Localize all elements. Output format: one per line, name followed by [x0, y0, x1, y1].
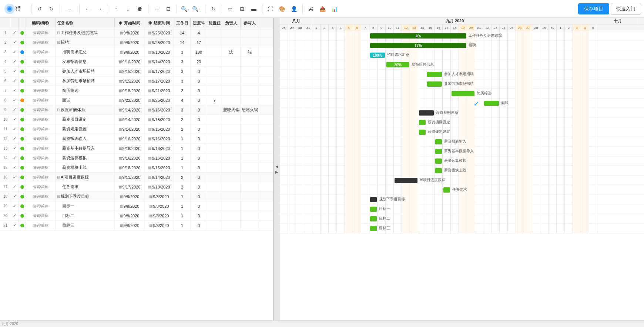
table-row[interactable]: 1 ✓ 编码/简称 ⊟ 工作任务及进度跟踪 ▦9/8/2020 ▦9/25/20… — [0, 28, 273, 38]
expand-icon[interactable]: ⊟ — [57, 194, 60, 198]
table-row[interactable]: 13 ✓ 编码/简称 薪资基本数据导入 ▦9/16/2020 ▦9/16/202… — [0, 144, 273, 153]
layout2-button[interactable]: ⊞ — [237, 4, 247, 14]
table-row[interactable]: 10 ✓ 编码/简称 薪资项目设定 ▦9/14/2020 ▦9/15/2020 … — [0, 115, 273, 124]
row-check[interactable]: ✓ — [11, 86, 19, 96]
row-check[interactable]: ✓ — [11, 124, 19, 134]
redo-button[interactable]: ↻ — [46, 4, 57, 14]
table-row[interactable]: 19 ✓ 编码/简称 目标一 ▦9/8/2020 ▦9/8/2020 1 0 — [0, 201, 273, 211]
table-row[interactable]: 11 ✓ 编码/简称 薪资规定设置 ▦9/14/2020 ▦9/15/2020 … — [0, 124, 273, 134]
nav-right-icon[interactable]: ▶ — [275, 170, 278, 174]
row-check[interactable]: ✓ — [11, 105, 19, 115]
gantt-row[interactable]: 100%招聘需求汇总 — [280, 50, 644, 60]
gantt-cell — [467, 166, 475, 176]
table-row[interactable]: 4 ✓ 编码/简称 发布招聘信息 ▦9/10/2020 ▦9/14/2020 3… — [0, 57, 273, 67]
row-check[interactable]: ✓ — [11, 115, 19, 124]
row-check[interactable]: ✓ — [11, 134, 19, 144]
layout3-button[interactable]: ▬ — [249, 4, 259, 14]
gantt-row[interactable]: 目标一 — [280, 204, 644, 214]
gantt-row[interactable]: 参加人才市场招聘 — [280, 70, 644, 79]
gantt-row[interactable]: 目标二 — [280, 214, 644, 224]
row-check[interactable]: ✓ — [11, 76, 19, 86]
gantt-row[interactable]: AI项目进度跟踪 — [280, 176, 644, 185]
row-check[interactable]: ✓ — [11, 221, 19, 230]
gantt-row[interactable]: 薪资报表输入 — [280, 137, 644, 147]
row-check[interactable]: ✓ — [11, 38, 19, 47]
table-row[interactable]: 21 ✓ 编码/简称 目标三 ▦9/8/2020 ▦9/8/2020 1 0 — [0, 221, 273, 230]
export-button[interactable]: 📤 — [318, 4, 328, 14]
table-row[interactable]: 7 ✓ 编码/简称 简历筛选 ▦9/18/2020 ▦9/21/2020 2 0 — [0, 86, 273, 96]
row-check[interactable]: ✓ — [11, 201, 19, 211]
down-button[interactable]: ↓ — [123, 4, 133, 14]
table-row[interactable]: 14 ✓ 编码/简称 薪资运算模拟 ▦9/16/2020 ▦9/16/2020 … — [0, 153, 273, 163]
excel-button[interactable]: 📊 — [329, 4, 340, 14]
quickstart-button[interactable]: 快速入门 — [611, 3, 641, 15]
table-row[interactable]: 12 ✓ 编码/简称 薪资报表输入 ▦9/16/2020 ▦9/16/2020 … — [0, 134, 273, 144]
row-check[interactable]: ✓ — [11, 153, 19, 163]
expand-icon[interactable]: ⊟ — [57, 175, 60, 179]
table-row[interactable]: 3 ✓ 编码/简称 招聘需求汇总 ▦9/8/2020 ▦9/10/2020 3 … — [0, 47, 273, 57]
zoom-out-button[interactable]: 🔍- — [180, 4, 190, 14]
row-check[interactable]: ✓ — [11, 173, 19, 182]
align-left-button[interactable]: ≡ — [151, 4, 162, 14]
gantt-row[interactable]: 参加劳动市场招聘 — [280, 79, 644, 89]
gantt-cell — [573, 79, 581, 89]
gantt-row[interactable]: 20%发布招聘信息 — [280, 60, 644, 70]
expand-icon[interactable]: ⊟ — [57, 108, 60, 112]
row-check[interactable]: ✓ — [11, 144, 19, 153]
gantt-cell — [361, 176, 369, 185]
gantt-row[interactable]: 薪资项目设定 — [280, 118, 644, 127]
table-row[interactable]: 5 ✓ 编码/简称 参加人才市场招聘 ▦9/15/2020 ▦9/17/2020… — [0, 67, 273, 76]
row-check[interactable]: ✓ — [11, 47, 19, 57]
table-row[interactable]: 16 ✓ 编码/简称 ⊟ AI项目进度跟踪 ▦9/11/2020 ▦9/14/2… — [0, 173, 273, 182]
delete-button[interactable]: 🗑 — [135, 4, 145, 14]
arrow-right-button[interactable]: → — [94, 4, 105, 14]
layout1-button[interactable]: ▭ — [225, 4, 235, 14]
arrow-left-button[interactable]: ← — [83, 4, 93, 14]
fullscreen-button[interactable]: ⛶ — [265, 4, 276, 14]
row-check[interactable]: ✓ — [11, 67, 19, 76]
expand-icon[interactable]: ⊟ — [57, 40, 60, 44]
table-row[interactable]: 18 ✓ 编码/简称 ⊟ 规划下季度目标 ▦9/8/2020 ▦9/8/2020… — [0, 192, 273, 201]
row-check[interactable]: ✓ — [11, 96, 19, 105]
table-row[interactable]: 20 ✓ 编码/简称 目标二 ▦9/8/2020 ▦9/8/2020 1 0 — [0, 211, 273, 221]
gantt-body[interactable]: 4%工作任务及进度跟踪17%招聘100%招聘需求汇总20%发布招聘信息参加人才市… — [280, 31, 644, 320]
row-check[interactable]: ✓ — [11, 57, 19, 67]
palette-button[interactable]: 🎨 — [277, 4, 288, 14]
refresh-button[interactable]: ↻ — [208, 4, 219, 14]
dash-button[interactable]: ─ ─ — [63, 4, 76, 14]
gantt-row[interactable]: 薪资模块上线 — [280, 166, 644, 176]
nav-left-icon[interactable]: ◀ — [275, 164, 278, 168]
table-row[interactable]: 9 ✓ 编码/简称 ⊟ 设置薪酬体系 ▦9/14/2020 ▦9/16/2020… — [0, 105, 273, 115]
gantt-row[interactable]: 规划下季度目标 — [280, 195, 644, 204]
undo-button[interactable]: ↺ — [34, 4, 45, 14]
gantt-row[interactable]: 4%工作任务及进度跟踪 — [280, 31, 644, 41]
gantt-row[interactable]: 面试↙ — [280, 99, 644, 108]
print-button[interactable]: 🖨 — [306, 4, 316, 14]
row-check[interactable]: ✓ — [11, 28, 19, 38]
gantt-row[interactable]: 薪资运算模拟 — [280, 156, 644, 166]
gantt-row[interactable]: 任务需求 — [280, 185, 644, 195]
gantt-row[interactable]: 目标三 — [280, 224, 644, 233]
table-row[interactable]: 8 ✓ 编码/简称 面试 ▦9/22/2020 ▦9/25/2020 4 0 7 — [0, 96, 273, 105]
row-check[interactable]: ✓ — [11, 182, 19, 192]
gantt-cell — [532, 127, 540, 137]
expand-icon[interactable]: ⊟ — [57, 31, 60, 35]
row-check[interactable]: ✓ — [11, 211, 19, 221]
save-button[interactable]: 保存项目 — [578, 3, 609, 14]
zoom-in-button[interactable]: 🔍+ — [192, 4, 202, 14]
table-row[interactable]: 15 ✓ 编码/简称 薪资模块上线 ▦9/16/2020 ▦9/16/2020 … — [0, 163, 273, 173]
align-center-button[interactable]: ⊟ — [163, 4, 174, 14]
row-check[interactable]: ✓ — [11, 192, 19, 201]
user-button[interactable]: 👤 — [289, 4, 299, 14]
gantt-cell — [492, 118, 500, 127]
table-row[interactable]: 6 ✓ 编码/简称 参加劳动市场招聘 ▦9/15/2020 ▦9/17/2020… — [0, 76, 273, 86]
up-button[interactable]: ↑ — [111, 4, 121, 14]
gantt-row[interactable]: 简历筛选 — [280, 89, 644, 99]
table-row[interactable]: 17 ✓ 编码/简称 任务需求 ▦9/17/2020 ▦9/18/2020 2 … — [0, 182, 273, 192]
table-row[interactable]: 2 ✓ 编码/简称 ⊟ 招聘 ▦9/8/2020 ▦9/25/2020 14 1… — [0, 38, 273, 47]
gantt-row[interactable]: 设置薪酬体系 — [280, 108, 644, 118]
gantt-row[interactable]: 薪资规定设置 — [280, 127, 644, 137]
gantt-row[interactable]: 17%招聘 — [280, 41, 644, 50]
row-check[interactable]: ✓ — [11, 163, 19, 173]
gantt-row[interactable]: 薪资基本数据导入 — [280, 147, 644, 156]
